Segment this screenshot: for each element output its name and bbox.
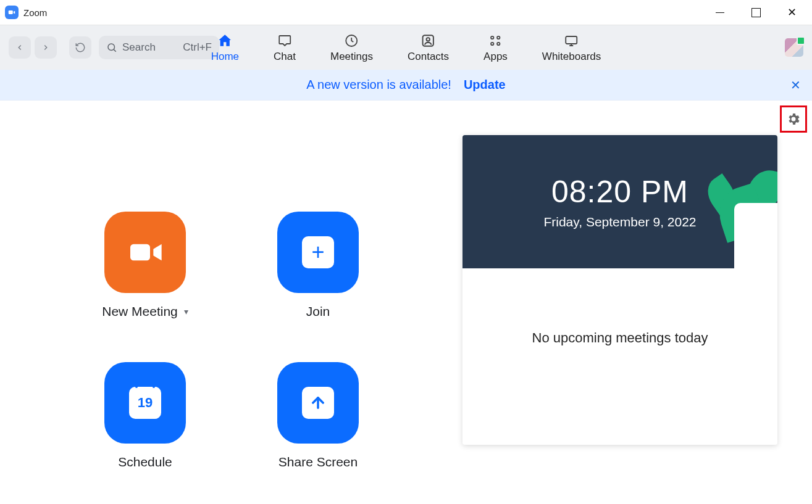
minimize-button[interactable] [711,6,729,19]
search-shortcut: Ctrl+F [183,41,212,54]
svg-point-8 [491,43,493,45]
svg-point-5 [427,38,430,41]
banner-message: A new version is available! [306,78,451,92]
clock-date: Friday, September 9, 2022 [543,215,696,229]
svg-rect-0 [9,10,13,14]
share-screen-label: Share Screen [278,455,358,469]
plus-icon: + [302,236,334,268]
settings-button[interactable] [780,105,807,133]
chevron-down-icon[interactable]: ▾ [184,307,188,316]
join-label: Join [306,304,330,319]
main-content: New Meeting ▾ + Join 19 Schedule [0,101,812,504]
nav-tabs: Home Chat Meetings Contacts Apps Whitebo… [211,25,601,70]
search-input[interactable]: Search Ctrl+F [99,36,219,59]
tab-apps[interactable]: Apps [483,32,508,63]
share-screen-action: Share Screen [266,362,370,469]
window-title: Zoom [23,7,47,18]
no-meetings-text: No upcoming meetings today [463,268,777,445]
right-panel: 08:20 PM Friday, September 9, 2022 No up… [404,101,812,504]
update-banner: A new version is available! Update ✕ [0,70,812,101]
tab-home[interactable]: Home [211,32,239,63]
action-grid: New Meeting ▾ + Join 19 Schedule [0,101,404,504]
svg-point-7 [497,36,500,39]
zoom-logo-icon [5,6,19,19]
upload-arrow-icon [302,387,334,419]
svg-point-6 [491,36,493,39]
contacts-icon [421,32,437,49]
join-action: + Join [266,212,370,319]
main-toolbar: Search Ctrl+F Home Chat Meetings Contact… [0,25,812,70]
title-bar: Zoom [0,0,812,25]
window-controls [711,6,807,19]
clock-time: 08:20 PM [551,174,689,210]
profile-avatar[interactable] [785,38,803,57]
new-meeting-action: New Meeting ▾ [93,212,198,319]
svg-line-2 [114,49,115,51]
tab-meetings[interactable]: Meetings [330,32,373,63]
clock-icon [344,32,359,49]
chat-icon [277,32,292,49]
schedule-action: 19 Schedule [93,362,198,469]
info-card: 08:20 PM Friday, September 9, 2022 No up… [463,135,777,445]
svg-rect-13 [130,244,150,261]
plant-decoration [703,163,777,268]
svg-rect-10 [566,36,577,44]
nav-forward-button[interactable] [35,36,57,59]
tab-whiteboards[interactable]: Whiteboards [542,32,601,63]
tab-chat[interactable]: Chat [274,32,296,63]
clock-panel: 08:20 PM Friday, September 9, 2022 [463,135,777,268]
share-screen-button[interactable] [277,362,359,444]
svg-point-9 [497,43,500,45]
update-link[interactable]: Update [464,78,506,92]
new-meeting-label: New Meeting [102,304,178,319]
close-button[interactable] [782,6,801,19]
home-icon [217,32,233,49]
search-icon [106,42,117,53]
maximize-button[interactable] [747,6,765,19]
schedule-label: Schedule [118,455,172,469]
apps-icon [488,32,503,49]
nav-back-button[interactable] [9,36,31,59]
new-meeting-button[interactable] [104,212,186,293]
video-icon [125,233,165,272]
banner-close-button[interactable]: ✕ [790,78,801,93]
search-placeholder: Search [122,41,156,54]
gear-icon [786,112,801,126]
calendar-icon: 19 [129,387,161,419]
join-button[interactable]: + [277,212,359,293]
whiteboard-icon [564,32,580,49]
history-button[interactable] [69,36,91,59]
svg-point-1 [108,44,115,51]
schedule-button[interactable]: 19 [104,362,186,444]
tab-contacts[interactable]: Contacts [408,32,449,63]
